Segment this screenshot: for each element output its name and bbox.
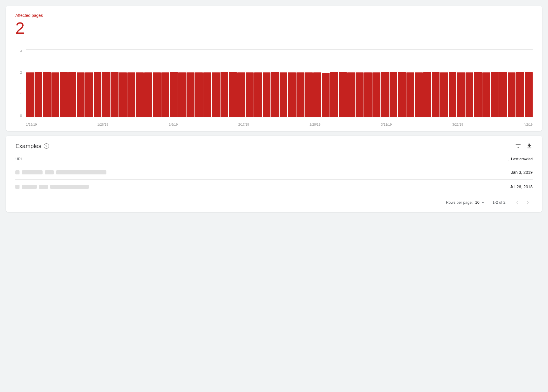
x-label-7: 4/2/19 — [523, 123, 533, 126]
date-value-1: Jan 3, 2019 — [511, 170, 533, 175]
chart-bar — [153, 72, 161, 117]
chart-bar — [161, 72, 169, 117]
next-page-button[interactable] — [523, 198, 533, 207]
chart-bar — [229, 72, 237, 117]
placeholder-block — [22, 170, 43, 174]
affected-pages-count: 2 — [15, 19, 533, 37]
chart-bar — [499, 72, 507, 117]
chart-bar — [322, 73, 330, 117]
x-label-3: 2/17/19 — [238, 123, 249, 126]
chart-bar — [263, 72, 271, 117]
chart-bar — [415, 72, 423, 117]
placeholder-block — [45, 170, 54, 174]
chart-bar — [221, 72, 228, 117]
chart-bar — [305, 72, 313, 117]
bars-container — [26, 49, 533, 117]
chart-bar — [136, 72, 144, 117]
examples-title-area: Examples ? — [15, 143, 49, 150]
table-row: Jan 3, 2019 — [15, 165, 533, 180]
chart-bar — [482, 72, 490, 117]
chart-bar — [43, 72, 51, 117]
chart-bar — [364, 72, 372, 117]
chart-bar — [356, 72, 364, 117]
pagination-info: 1-2 of 2 — [492, 200, 505, 205]
chart-bar — [390, 72, 398, 117]
chart-inner — [26, 49, 533, 117]
chart-bar — [212, 72, 220, 117]
chart-bar — [280, 72, 288, 117]
chart-bar — [432, 72, 440, 117]
chart-bar — [406, 72, 414, 117]
x-label-5: 3/11/19 — [381, 123, 392, 126]
url-placeholder-2 — [15, 185, 89, 189]
pagination-nav — [513, 198, 533, 207]
placeholder-block — [15, 185, 20, 189]
chart-bar — [246, 72, 254, 117]
sort-arrow-icon: ↓ — [508, 157, 510, 161]
rows-per-page-select[interactable]: 10 — [475, 200, 485, 205]
chart-area: 3 2 1 0 1/15/19 1/26/19 2/6/19 2/17/19 2… — [6, 42, 542, 131]
chart-bar — [127, 72, 135, 117]
chart-bar — [449, 72, 457, 117]
x-label-6: 3/22/19 — [452, 123, 463, 126]
col-last-crawled-header: ↓ Last crawled — [508, 157, 533, 161]
chart-bar — [398, 72, 406, 117]
chart-bar — [423, 72, 431, 117]
chart-bar — [271, 72, 279, 117]
col-url-header: URL — [15, 157, 23, 161]
affected-pages-label: Affected pages — [15, 13, 533, 18]
placeholder-block — [22, 185, 37, 189]
chart-bar — [466, 72, 474, 117]
date-value-2: Jul 26, 2018 — [510, 184, 533, 189]
table-header-row: URL ↓ Last crawled — [15, 153, 533, 165]
chart-bar — [35, 72, 43, 117]
chart-bar — [313, 72, 321, 117]
chart-bar — [144, 72, 152, 117]
rows-per-page-label: Rows per page: — [446, 200, 473, 205]
affected-header: Affected pages 2 — [6, 6, 542, 42]
download-button[interactable] — [526, 143, 533, 149]
chart-bar — [440, 72, 448, 117]
prev-page-button[interactable] — [513, 198, 522, 207]
chart-bar — [381, 72, 389, 117]
chart-bar — [195, 72, 203, 117]
chart-bar — [330, 72, 338, 117]
examples-card: Examples ? URL ↓ Last crawled — [6, 136, 542, 212]
url-placeholder-1 — [15, 170, 106, 174]
y-label-1: 1 — [20, 93, 22, 96]
chart-bar — [491, 72, 499, 117]
filter-button[interactable] — [515, 143, 521, 149]
chart-bar — [187, 72, 194, 117]
chart-bar — [119, 72, 127, 117]
placeholder-block — [39, 185, 48, 189]
chart-bar — [508, 72, 516, 117]
chart-bar — [26, 72, 34, 117]
chart-bar — [254, 72, 262, 117]
chart-bar — [525, 72, 533, 117]
y-label-2: 2 — [20, 71, 22, 74]
table-footer: Rows per page: 10 1-2 of 2 — [6, 194, 542, 212]
chart-bar — [111, 72, 119, 117]
x-label-0: 1/15/19 — [26, 123, 37, 126]
help-icon[interactable]: ? — [44, 143, 49, 149]
chart-bar — [457, 72, 465, 117]
x-label-2: 2/6/19 — [169, 123, 178, 126]
affected-pages-card: Affected pages 2 3 2 1 0 1/15/19 — [6, 6, 542, 131]
y-label-0: 0 — [20, 114, 22, 117]
chart-bar — [339, 72, 347, 117]
chart-bar — [51, 72, 59, 117]
examples-actions — [515, 143, 533, 149]
placeholder-block — [15, 170, 20, 174]
table-row: Jul 26, 2018 — [15, 180, 533, 194]
y-label-3: 3 — [20, 49, 22, 53]
placeholder-block — [56, 170, 106, 174]
chart-bar — [474, 72, 482, 117]
chart-bar — [347, 72, 355, 117]
examples-title: Examples — [15, 143, 41, 150]
chart-bar — [102, 72, 110, 117]
chart-bar — [516, 72, 524, 117]
chart-bar — [178, 72, 186, 117]
chart-bar — [68, 72, 76, 117]
chart-bar — [60, 72, 68, 117]
rows-per-page-value: 10 — [475, 200, 479, 205]
